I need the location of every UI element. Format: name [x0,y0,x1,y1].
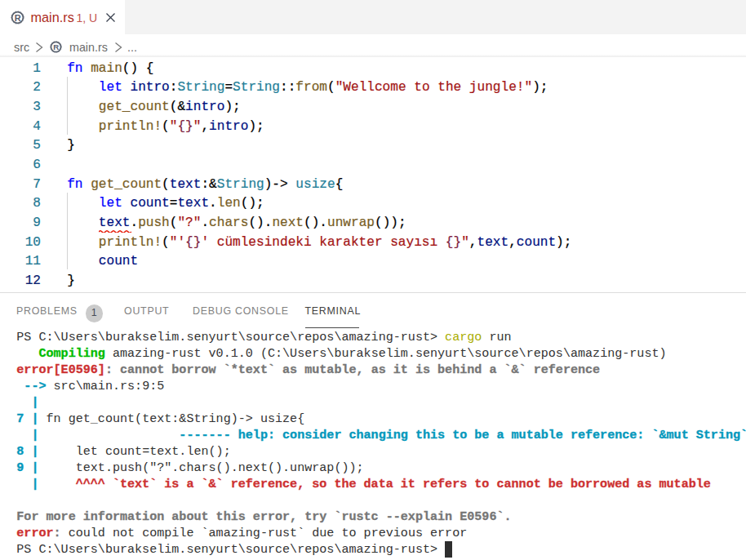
svg-text:R: R [15,13,21,23]
svg-text:R: R [53,42,59,51]
